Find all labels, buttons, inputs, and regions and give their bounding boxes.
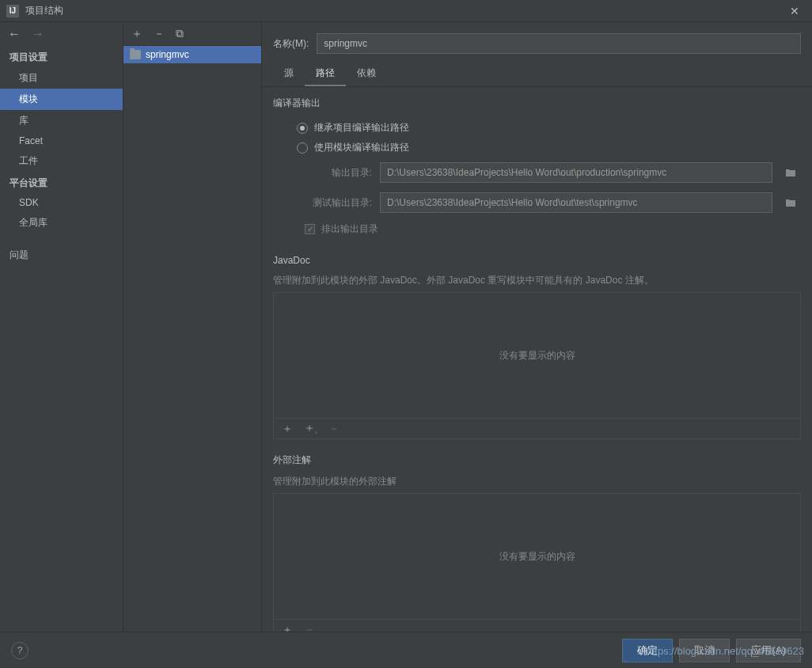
tab-paths[interactable]: 路径: [305, 62, 346, 86]
test-output-path-label: 测试输出目录:: [297, 196, 372, 210]
forward-icon: →: [32, 27, 44, 41]
name-label: 名称(M):: [273, 37, 309, 51]
copy-module-icon[interactable]: ⧉: [176, 27, 184, 40]
tab-dependencies[interactable]: 依赖: [346, 62, 387, 86]
module-tabs: 源 路径 依赖: [262, 62, 812, 87]
dialog-footer: ? 确定 取消 应用(A): [0, 632, 812, 668]
annotations-title: 外部注解: [273, 454, 801, 467]
window-title: 项目结构: [25, 4, 784, 17]
module-name-input[interactable]: [317, 33, 801, 54]
radio-inherit[interactable]: 继承项目编译输出路径: [273, 118, 801, 138]
help-icon[interactable]: ?: [11, 642, 28, 659]
module-list-panel: ＋ － ⧉ springmvc: [123, 22, 262, 632]
paths-content: 编译器输出 继承项目编译输出路径 使用模块编译输出路径 输出目录:: [262, 87, 812, 632]
javadoc-list: 没有要显示的内容: [273, 292, 801, 419]
annotations-list: 没有要显示的内容: [273, 493, 801, 620]
remove-javadoc-icon[interactable]: －: [328, 422, 340, 436]
javadoc-title: JavaDoc: [273, 255, 801, 266]
radio-icon: [297, 123, 308, 134]
remove-annotation-icon[interactable]: －: [304, 623, 315, 632]
radio-inherit-label: 继承项目编译输出路径: [314, 121, 409, 135]
empty-text: 没有要显示的内容: [499, 349, 575, 362]
sidebar-item-libraries[interactable]: 库: [0, 110, 123, 131]
empty-text: 没有要显示的内容: [499, 550, 575, 564]
sidebar-section-platform: 平台设置: [0, 172, 123, 193]
sidebar-item-artifacts[interactable]: 工件: [0, 150, 123, 172]
add-annotation-icon[interactable]: ＋: [282, 623, 293, 632]
sidebar-section-project: 项目设置: [0, 46, 123, 67]
output-path-input[interactable]: [380, 162, 772, 183]
checkbox-icon: ✓: [305, 224, 315, 234]
sidebar-item-facet[interactable]: Facet: [0, 131, 123, 150]
nav-arrows: ← →: [0, 22, 123, 46]
radio-use-module[interactable]: 使用模块编译输出路径: [273, 138, 801, 158]
sidebar-item-modules[interactable]: 模块: [0, 89, 123, 110]
close-icon[interactable]: ✕: [784, 2, 806, 21]
module-list: springmvc: [123, 46, 261, 632]
radio-use-module-label: 使用模块编译输出路径: [314, 141, 409, 154]
exclude-output-checkbox[interactable]: ✓ 排出输出目录: [273, 218, 801, 241]
test-output-path-input[interactable]: [380, 192, 772, 213]
javadoc-toolbar: ＋ ＋◦ －: [273, 419, 801, 439]
browse-output-icon[interactable]: [780, 162, 801, 183]
titlebar: IJ 项目结构 ✕: [0, 0, 812, 22]
remove-module-icon[interactable]: －: [154, 27, 165, 41]
module-toolbar: ＋ － ⧉: [123, 22, 261, 46]
folder-icon: [130, 50, 141, 59]
main-panel: 名称(M): 源 路径 依赖 编译器输出 继承项目编译输出路径 使用模块编译输出…: [262, 22, 812, 632]
browse-test-output-icon[interactable]: [780, 192, 801, 213]
annotations-toolbar: ＋ －: [273, 620, 801, 632]
output-path-label: 输出目录:: [297, 166, 372, 180]
sidebar-item-project[interactable]: 项目: [0, 67, 123, 89]
tab-sources[interactable]: 源: [273, 62, 305, 86]
sidebar-item-problems[interactable]: 问题: [0, 245, 123, 266]
sidebar-item-sdk[interactable]: SDK: [0, 193, 123, 212]
exclude-output-label: 排出输出目录: [321, 222, 378, 236]
javadoc-desc: 管理附加到此模块的外部 JavaDoc。外部 JavaDoc 重写模块中可能具有…: [273, 274, 801, 287]
add-javadoc-icon[interactable]: ＋: [282, 422, 293, 436]
radio-icon: [297, 142, 308, 154]
app-icon: IJ: [6, 5, 19, 17]
sidebar-item-global-libraries[interactable]: 全局库: [0, 212, 123, 233]
module-item-label: springmvc: [146, 49, 189, 60]
add-module-icon[interactable]: ＋: [131, 27, 142, 41]
back-icon[interactable]: ←: [8, 27, 21, 41]
ok-button[interactable]: 确定: [622, 639, 673, 662]
compiler-output-label: 编译器输出: [273, 97, 801, 110]
sidebar: ← → 项目设置 项目 模块 库 Facet 工件 平台设置 SDK 全局库 问…: [0, 22, 123, 632]
annotations-desc: 管理附加到此模块的外部注解: [273, 475, 801, 488]
add-javadoc-url-icon[interactable]: ＋◦: [304, 421, 317, 436]
module-item-springmvc[interactable]: springmvc: [123, 46, 261, 63]
cancel-button[interactable]: 取消: [679, 639, 730, 662]
apply-button[interactable]: 应用(A): [736, 639, 801, 662]
